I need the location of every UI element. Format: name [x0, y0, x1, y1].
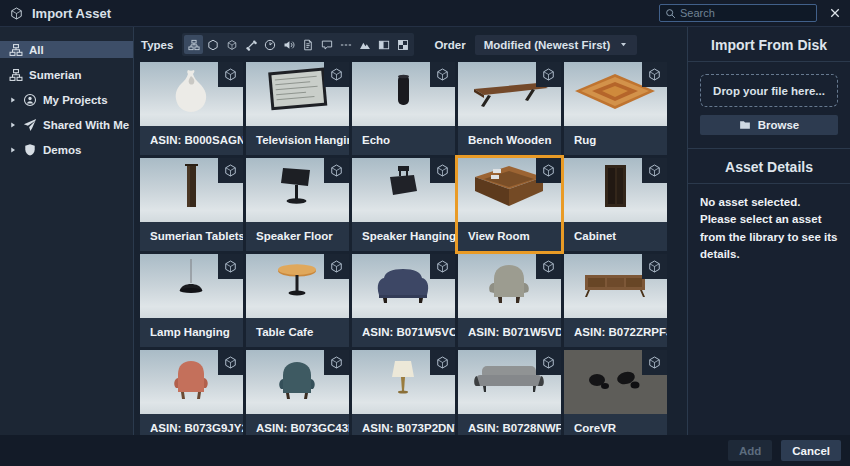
asset-thumbnail-rug	[564, 62, 667, 126]
import-panel: Import From Disk Drop your file here... …	[687, 27, 850, 435]
asset-label: Table Cafe	[246, 318, 349, 347]
search-icon	[665, 8, 676, 19]
asset-card-asin-b073g9jy2y[interactable]: ASIN: B073G9JY2Y	[140, 350, 243, 435]
type-filter-hexagon[interactable]	[203, 35, 222, 54]
type-filter-cube[interactable]	[222, 35, 241, 54]
type-filter-bar	[182, 33, 414, 56]
asset-label: Television Hanging	[246, 126, 349, 155]
search-input[interactable]	[680, 7, 811, 19]
asset-card-rug[interactable]: Rug	[564, 62, 667, 155]
asset-card-corevr[interactable]: CoreVR	[564, 350, 667, 435]
asset-card-asin-b071w5vd5c[interactable]: ASIN: B071W5VD5C	[458, 254, 561, 347]
type-filter-clock[interactable]	[260, 35, 279, 54]
browse-button[interactable]: Browse	[700, 115, 838, 135]
asset-thumbnail-chair-coral	[140, 350, 243, 414]
sitemap-icon	[9, 68, 23, 82]
cube-icon	[642, 350, 667, 375]
asset-thumbnail-lamp-hanging	[140, 254, 243, 318]
asset-label: ASIN: B073P2DNTD	[352, 414, 455, 435]
sidebar-item-label: Demos	[43, 144, 81, 156]
asset-card-asin-b073p2dntd[interactable]: ASIN: B073P2DNTD	[352, 350, 455, 435]
asset-label: CoreVR	[564, 414, 667, 435]
caret-right-icon	[9, 96, 17, 104]
dialog-header: Import Asset	[0, 0, 850, 27]
dropzone[interactable]: Drop your file here...	[700, 74, 838, 107]
filter-toolbar: Types Order Modified (Newest First)	[134, 27, 687, 62]
order-dropdown[interactable]: Modified (Newest First)	[475, 35, 638, 55]
type-filter-split[interactable]	[374, 35, 393, 54]
asset-card-sumerian-tablets[interactable]: Sumerian Tablets	[140, 158, 243, 251]
type-filter-speech[interactable]	[317, 35, 336, 54]
checker-icon	[397, 39, 409, 51]
asset-label: ASIN: B000SAGNT4	[140, 126, 243, 155]
asset-label: Cabinet	[564, 222, 667, 251]
asset-card-echo[interactable]: Echo	[352, 62, 455, 155]
script-icon	[302, 39, 314, 51]
type-filter-audio[interactable]	[279, 35, 298, 54]
asset-label: ASIN: B0728NWFCG	[458, 414, 561, 435]
asset-thumbnail-sofa	[458, 350, 561, 414]
type-filter-checker[interactable]	[393, 35, 412, 54]
cube-icon	[324, 254, 349, 279]
sitemap-icon	[9, 43, 23, 57]
cube-icon	[536, 158, 561, 183]
folder-icon	[739, 119, 751, 131]
asset-card-table-cafe[interactable]: Table Cafe	[246, 254, 349, 347]
asset-label: Echo	[352, 126, 455, 155]
asset-card-lamp-hanging[interactable]: Lamp Hanging	[140, 254, 243, 347]
sidebar-item-all[interactable]: All	[0, 41, 133, 58]
asset-card-asin-b072zrpfjl[interactable]: ASIN: B072ZRPFJL	[564, 254, 667, 347]
asset-thumbnail-table-lamp	[352, 350, 455, 414]
asset-card-speaker-hanging[interactable]: Speaker Hanging	[352, 158, 455, 251]
asset-thumbnail-room	[458, 158, 561, 222]
speech-icon	[321, 39, 333, 51]
paper-plane-icon	[23, 118, 37, 132]
type-filter-line[interactable]	[336, 35, 355, 54]
asset-card-television-hanging[interactable]: Television Hanging	[246, 62, 349, 155]
asset-label: Speaker Hanging	[352, 222, 455, 251]
types-label: Types	[141, 39, 173, 51]
dialog-title: Import Asset	[32, 6, 111, 21]
add-button[interactable]: Add	[728, 440, 772, 461]
asset-card-asin-b000sagnt4[interactable]: ASIN: B000SAGNT4	[140, 62, 243, 155]
asset-thumbnail-television	[246, 62, 349, 126]
asset-card-bench-wooden[interactable]: Bench Wooden	[458, 62, 561, 155]
asset-label: View Room	[458, 222, 561, 251]
asset-thumbnail-speaker-floor	[246, 158, 349, 222]
cube-icon	[642, 62, 667, 87]
sidebar-item-my-projects[interactable]: My Projects	[0, 91, 133, 108]
line-icon	[340, 39, 352, 51]
browse-label: Browse	[758, 119, 800, 131]
sidebar-item-shared-with-me[interactable]: Shared With Me	[0, 116, 133, 133]
asset-thumbnail-vase	[140, 62, 243, 126]
cube-icon	[218, 62, 243, 87]
sidebar-item-sumerian[interactable]: Sumerian	[0, 66, 133, 83]
type-filter-image[interactable]	[355, 35, 374, 54]
asset-card-asin-b0728nwfcg[interactable]: ASIN: B0728NWFCG	[458, 350, 561, 435]
clock-icon	[264, 39, 276, 51]
cube-icon	[324, 350, 349, 375]
close-icon[interactable]	[829, 7, 841, 19]
asset-thumbnail-cylinder	[352, 62, 455, 126]
cube-icon	[226, 39, 238, 51]
sidebar-item-demos[interactable]: Demos	[0, 141, 133, 158]
type-filter-script[interactable]	[298, 35, 317, 54]
asset-label: ASIN: B071W5VCVB	[352, 318, 455, 347]
asset-card-speaker-floor[interactable]: Speaker Floor	[246, 158, 349, 251]
asset-card-cabinet[interactable]: Cabinet	[564, 158, 667, 251]
dialog-body: AllSumerianMy ProjectsShared With MeDemo…	[0, 27, 850, 435]
audio-icon	[283, 39, 295, 51]
split-icon	[378, 39, 390, 51]
order-value: Modified (Newest First)	[484, 39, 611, 51]
asset-label: Lamp Hanging	[140, 318, 243, 347]
cube-icon	[430, 254, 455, 279]
asset-card-asin-b071w5vcvb[interactable]: ASIN: B071W5VCVB	[352, 254, 455, 347]
sitemap-icon	[188, 39, 200, 51]
cancel-button[interactable]: Cancel	[781, 440, 841, 461]
type-filter-sitemap[interactable]	[184, 35, 203, 54]
type-filter-bone[interactable]	[241, 35, 260, 54]
caret-right-icon	[9, 146, 17, 154]
cube-icon	[9, 6, 24, 21]
asset-card-asin-b073gc43l7[interactable]: ASIN: B073GC43L7	[246, 350, 349, 435]
asset-card-view-room[interactable]: View Room	[458, 158, 561, 251]
